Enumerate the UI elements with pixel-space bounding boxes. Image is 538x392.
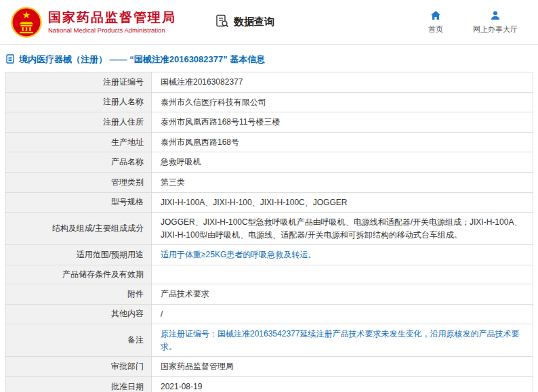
row-label: 审批部门 [5,357,152,377]
row-label: 批准日期 [5,376,152,392]
row-label: 结构及组成/主要组成成分 [5,213,152,245]
table-row: 产品名称急救呼吸机 [5,152,533,173]
home-icon [430,10,441,22]
nav-home-label: 首页 [428,24,443,35]
table-row: 注册证编号国械注准20163082377 [5,72,533,93]
row-value: 国家药品监督管理局 [152,357,533,377]
data-query-tab[interactable]: 数据查询 [215,14,274,30]
table-row: 附件产品技术要求 [5,284,533,304]
row-value: 国械注准20163082377 [152,72,533,93]
site-logo: 国家药品监督管理局 National Medical Products Admi… [11,7,176,38]
site-header: 国家药品监督管理局 National Medical Products Admi… [0,0,538,45]
row-value: 原注册证编号：国械注准20163542377延续注册产品技术要求未发生变化，沿用… [152,324,533,357]
registration-info-table: 注册证编号国械注准20163082377注册人名称泰州市久信医疗科技有限公司注册… [5,72,533,392]
header-nav: 首页 网上办事大厅 [428,10,527,35]
org-names: 国家药品监督管理局 National Medical Products Admi… [48,10,176,34]
row-value: JOGGER、JIXI-H-100C型急救呼吸机产品由呼吸机、电源线和适配器/开… [152,213,533,245]
row-value: 适用于体重≥25KG患者的呼吸急救及转运。 [152,245,533,265]
row-value [152,265,533,284]
table-row: 其他内容/ [5,304,533,324]
row-value: 泰州市凤凰西路168号11号楼三楼 [152,112,533,133]
user-icon [490,10,501,22]
data-query-icon [215,14,229,30]
row-label: 适用范围/预期用途 [5,245,152,265]
page-title-bar: 境内医疗器械（注册） —— “国械注准20163082377” 基本信息 [0,45,538,72]
row-label: 附件 [5,284,152,304]
nav-item-home[interactable]: 首页 [428,10,443,35]
table-row: 产品储存条件及有效期 [5,265,533,284]
row-label: 注册人住所 [5,112,152,133]
table-row: 生产地址泰州市凤凰西路168号 [5,132,533,152]
row-label: 备注 [5,324,152,357]
table-row: 批准日期2021-08-19 [5,376,533,392]
info-table-body: 注册证编号国械注准20163082377注册人名称泰州市久信医疗科技有限公司注册… [5,72,533,392]
nav-item-service-hall[interactable]: 网上办事大厅 [473,10,518,35]
table-row: 管理类别第三类 [5,172,533,192]
national-emblem-icon [11,7,42,38]
row-value: 泰州市凤凰西路168号 [152,132,533,152]
row-value: / [152,304,533,324]
document-icon [5,54,15,66]
row-label: 产品名称 [5,152,152,173]
table-row: 型号规格JIXI-H-100A、JIXI-H-100、JIXI-H-100C、J… [5,192,533,213]
row-value: 2021-08-19 [152,376,533,392]
row-value: 产品技术要求 [152,284,533,304]
table-row: 审批部门国家药品监督管理局 [5,357,533,377]
table-row: 注册人住所泰州市凤凰西路168号11号楼三楼 [5,112,533,133]
row-label: 其他内容 [5,304,152,324]
row-label: 注册证编号 [5,72,152,93]
table-row: 结构及组成/主要组成成分JOGGER、JIXI-H-100C型急救呼吸机产品由呼… [5,213,533,245]
row-label: 管理类别 [5,172,152,192]
row-value: 泰州市久信医疗科技有限公司 [152,92,533,112]
table-row: 备注原注册证编号：国械注准20163542377延续注册产品技术要求未发生变化，… [5,324,533,357]
nav-hall-label: 网上办事大厅 [473,24,518,35]
row-value: JIXI-H-100A、JIXI-H-100、JIXI-H-100C、JOGGE… [152,192,533,213]
table-row: 注册人名称泰州市久信医疗科技有限公司 [5,92,533,112]
row-label: 生产地址 [5,132,152,152]
page-title: 境内医疗器械（注册） —— “国械注准20163082377” 基本信息 [19,53,265,66]
data-query-label: 数据查询 [234,16,274,28]
org-name-cn: 国家药品监督管理局 [48,10,176,25]
row-label: 型号规格 [5,192,152,213]
org-name-en: National Medical Products Administration [48,26,176,34]
row-value: 急救呼吸机 [152,152,533,173]
row-value: 第三类 [152,172,533,192]
row-label: 注册人名称 [5,92,152,112]
row-label: 产品储存条件及有效期 [5,265,152,284]
table-row: 适用范围/预期用途适用于体重≥25KG患者的呼吸急救及转运。 [5,245,533,265]
registration-info-table-wrap: 注册证编号国械注准20163082377注册人名称泰州市久信医疗科技有限公司注册… [0,72,538,392]
